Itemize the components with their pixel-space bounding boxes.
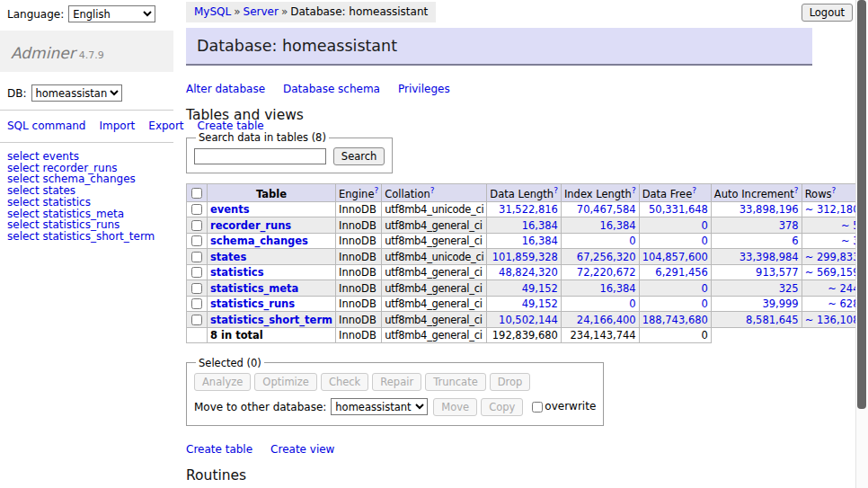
- scrollbar-track[interactable]: [855, 0, 868, 488]
- data-free-link[interactable]: 188,743,680: [642, 314, 708, 326]
- breadcrumb-row: MySQL»Server»Database: homeassistant: [186, 2, 812, 21]
- data-free-link[interactable]: 104,857,600: [642, 251, 708, 263]
- auto-increment-link[interactable]: 33,898,196: [740, 203, 799, 216]
- data-free-link[interactable]: 0: [702, 235, 708, 247]
- index-length-link[interactable]: 24,166,400: [577, 314, 636, 326]
- row-checkbox[interactable]: [191, 298, 202, 309]
- rows-cell: ~ 569,159: [802, 264, 863, 280]
- sidebar-select-table-link[interactable]: select states: [7, 185, 166, 197]
- row-check-cell: [187, 264, 208, 280]
- column-help-link[interactable]: ?: [794, 186, 799, 195]
- data-length-link[interactable]: 101,859,328: [492, 251, 558, 263]
- search-input[interactable]: [194, 148, 326, 164]
- total-collation-cell: utf8mb4_general_ci: [382, 327, 487, 342]
- data-length-link[interactable]: 16,384: [522, 235, 558, 247]
- data-free-link[interactable]: 0: [702, 282, 708, 295]
- rows-link[interactable]: ~ 299,833: [805, 251, 860, 263]
- column-help-link[interactable]: ?: [554, 186, 558, 195]
- data-free-cell: 0: [639, 233, 711, 249]
- auto-increment-link[interactable]: 325: [779, 282, 799, 295]
- data-free-link[interactable]: 6,291,456: [655, 266, 708, 279]
- data-free-link[interactable]: 0: [702, 219, 708, 232]
- sidebar-action-link[interactable]: Export: [148, 120, 183, 132]
- db-select[interactable]: homeassistant: [31, 84, 122, 102]
- auto-increment-cell: 33,398,984: [711, 249, 802, 265]
- index-length-link[interactable]: 0: [629, 235, 635, 247]
- create-link[interactable]: Create table: [186, 443, 252, 456]
- create-link[interactable]: Create view: [270, 443, 334, 456]
- rows-link[interactable]: ~ 136,108: [805, 314, 860, 326]
- data-free-link[interactable]: 50,331,648: [649, 203, 708, 216]
- column-help-link[interactable]: ?: [832, 186, 837, 195]
- data-length-cell: 10,502,144: [487, 312, 562, 328]
- row-checkbox[interactable]: [191, 235, 202, 246]
- index-length-link[interactable]: 16,384: [599, 282, 635, 295]
- row-checkbox[interactable]: [191, 267, 202, 278]
- auto-increment-link[interactable]: 8,581,645: [746, 314, 799, 326]
- breadcrumb-server-link[interactable]: Server: [244, 5, 279, 18]
- select-all-checkbox[interactable]: [191, 188, 202, 199]
- auto-increment-link[interactable]: 39,999: [762, 297, 798, 310]
- row-checkbox[interactable]: [191, 252, 202, 262]
- language-select[interactable]: English: [68, 5, 155, 22]
- sidebar-select-table-link[interactable]: select events: [7, 151, 166, 163]
- column-help-link[interactable]: ?: [632, 186, 636, 195]
- collation-cell: utf8mb4_general_ci: [382, 296, 487, 312]
- column-help-link[interactable]: ?: [374, 186, 378, 195]
- index-length-link[interactable]: 16,384: [599, 219, 635, 232]
- engine-cell: InnoDB: [336, 312, 382, 328]
- data-length-link[interactable]: 48,824,320: [499, 266, 558, 279]
- sidebar-select-table-link[interactable]: select statistics_short_term: [7, 231, 166, 243]
- data-length-link[interactable]: 49,152: [522, 297, 558, 310]
- overwrite-checkbox[interactable]: [532, 402, 543, 413]
- auto-increment-link[interactable]: 33,398,984: [740, 251, 799, 263]
- table-name-link[interactable]: statistics: [210, 266, 264, 279]
- row-checkbox[interactable]: [191, 283, 202, 294]
- auto-increment-link[interactable]: 6: [792, 235, 798, 247]
- move-database-select[interactable]: homeassistant: [331, 398, 428, 415]
- sidebar-action-link[interactable]: SQL command: [7, 120, 85, 132]
- index-length-cell: 16,384: [561, 280, 639, 297]
- data-length-link[interactable]: 49,152: [522, 282, 558, 295]
- tables-heading: Tables and views: [186, 107, 812, 123]
- column-help-link[interactable]: ?: [430, 186, 435, 195]
- table-name-cell: statistics_short_term: [208, 312, 336, 328]
- index-length-link[interactable]: 0: [629, 297, 635, 310]
- index-length-link[interactable]: 72,220,672: [577, 266, 636, 279]
- row-checkbox[interactable]: [191, 220, 202, 231]
- table-name-link[interactable]: schema_changes: [210, 235, 308, 247]
- table-name-link[interactable]: states: [210, 251, 246, 263]
- column-help-link[interactable]: ?: [692, 186, 696, 195]
- search-button[interactable]: Search: [333, 147, 385, 165]
- data-length-link[interactable]: 31,522,816: [499, 203, 558, 216]
- sidebar-action-link[interactable]: Import: [99, 120, 135, 132]
- index-length-cell: 67,256,320: [561, 249, 639, 265]
- auto-increment-link[interactable]: 913,577: [756, 266, 799, 279]
- data-length-link[interactable]: 10,502,144: [499, 314, 558, 326]
- database-action-link[interactable]: Database schema: [283, 83, 380, 95]
- breadcrumb-mysql-link[interactable]: MySQL: [194, 5, 231, 18]
- scrollbar-thumb[interactable]: [857, 0, 866, 409]
- collation-cell: utf8mb4_general_ci: [382, 217, 487, 234]
- index-length-link[interactable]: 70,467,584: [577, 203, 636, 216]
- table-name-link[interactable]: events: [210, 203, 250, 216]
- row-checkbox[interactable]: [191, 204, 202, 215]
- sidebar-select-table-link[interactable]: select statistics: [7, 197, 166, 209]
- selected-action-button: Check: [321, 373, 368, 391]
- data-length-link[interactable]: 16,384: [522, 219, 558, 232]
- search-fieldset: Search data in tables (8) Search: [186, 131, 393, 173]
- table-name-link[interactable]: statistics_meta: [210, 282, 298, 295]
- database-action-link[interactable]: Privileges: [398, 83, 450, 95]
- table-name-link[interactable]: statistics_runs: [210, 297, 295, 310]
- index-length-link[interactable]: 67,256,320: [577, 251, 636, 263]
- rows-link[interactable]: ~ 312,180: [805, 203, 860, 216]
- rows-link[interactable]: ~ 569,159: [805, 266, 860, 279]
- data-length-cell: 16,384: [487, 217, 562, 234]
- database-action-link[interactable]: Alter database: [186, 83, 265, 95]
- table-name-link[interactable]: recorder_runs: [210, 219, 291, 232]
- row-checkbox[interactable]: [191, 315, 202, 325]
- data-free-link[interactable]: 0: [702, 297, 708, 310]
- auto-increment-link[interactable]: 378: [779, 219, 799, 232]
- table-name-link[interactable]: statistics_short_term: [210, 314, 332, 326]
- auto-increment-cell: 8,581,645: [711, 312, 802, 328]
